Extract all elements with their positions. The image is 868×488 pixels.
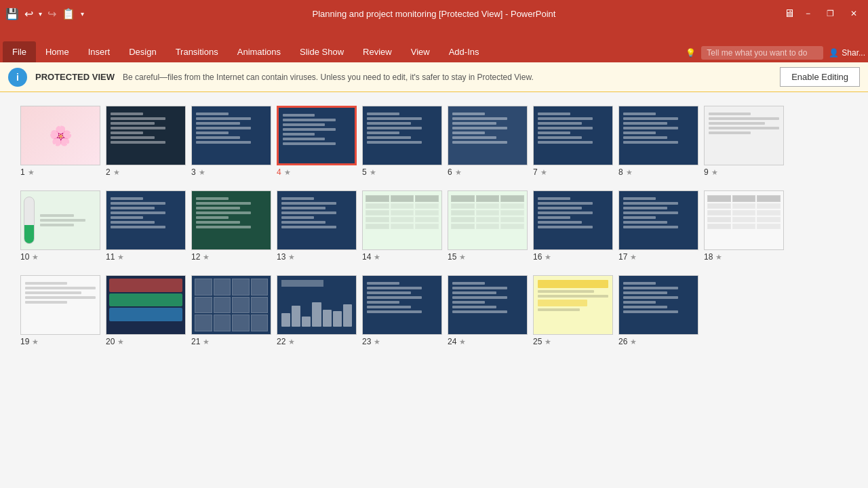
restore-button[interactable]: ❐ — [821, 6, 840, 21]
slide-thumb-12[interactable] — [191, 190, 271, 250]
save-icon[interactable]: 💾 — [5, 7, 19, 20]
slide-item-11[interactable]: 11★ — [106, 190, 186, 262]
slide-thumb-3[interactable] — [191, 106, 271, 165]
tab-transitions[interactable]: Transitions — [166, 41, 228, 62]
slide-star-icon[interactable]: ★ — [545, 338, 551, 346]
slide-thumb-2[interactable] — [106, 106, 186, 165]
customize-qat-icon[interactable]: 📋 — [62, 7, 75, 20]
slide-thumb-17[interactable] — [618, 190, 698, 250]
slide-star-icon[interactable]: ★ — [626, 168, 633, 177]
slide-item-25[interactable]: 25★ — [533, 275, 613, 346]
tab-file[interactable]: File — [3, 41, 36, 62]
slide-star-icon[interactable]: ★ — [540, 168, 547, 177]
slide-thumb-26[interactable] — [618, 275, 698, 335]
slide-item-2[interactable]: 2★ — [106, 106, 186, 177]
slide-item-26[interactable]: 26★ — [618, 275, 698, 346]
slide-star-icon[interactable]: ★ — [545, 253, 551, 262]
redo-icon[interactable]: ↪ — [47, 7, 56, 20]
slide-thumb-13[interactable] — [277, 190, 357, 250]
share-area[interactable]: 👤 Shar... — [829, 48, 865, 58]
slide-item-1[interactable]: 🌸 1★ — [20, 106, 100, 177]
slide-thumb-1[interactable]: 🌸 — [20, 106, 100, 165]
slide-item-16[interactable]: 16★ — [533, 190, 613, 262]
slide-star-icon[interactable]: ★ — [32, 253, 39, 262]
slide-thumb-19[interactable] — [20, 275, 100, 335]
search-input[interactable] — [701, 46, 823, 60]
slide-star-icon[interactable]: ★ — [117, 338, 124, 346]
slide-star-icon[interactable]: ★ — [28, 168, 35, 177]
slide-item-5[interactable]: 5★ — [362, 106, 442, 177]
slide-thumb-10[interactable] — [20, 190, 100, 250]
slide-thumb-16[interactable] — [533, 190, 613, 250]
slide-thumb-6[interactable] — [448, 106, 528, 165]
slide-star-icon[interactable]: ★ — [288, 253, 295, 262]
slide-star-icon[interactable]: ★ — [630, 338, 637, 346]
share-label[interactable]: Shar... — [842, 48, 865, 58]
slide-thumb-9[interactable] — [704, 106, 784, 165]
tab-view[interactable]: View — [401, 41, 439, 62]
tab-home[interactable]: Home — [36, 41, 79, 62]
slide-star-icon[interactable]: ★ — [711, 168, 718, 177]
slide-star-icon[interactable]: ★ — [374, 253, 380, 262]
slide-thumb-14[interactable] — [362, 190, 442, 250]
slide-thumb-7[interactable] — [533, 106, 613, 165]
slide-star-icon[interactable]: ★ — [199, 168, 205, 177]
slide-item-9[interactable]: 9★ — [704, 106, 784, 177]
slide-thumb-21[interactable] — [191, 275, 271, 335]
slide-item-4[interactable]: 4★ — [277, 106, 357, 177]
slide-star-icon[interactable]: ★ — [715, 253, 722, 262]
tab-design[interactable]: Design — [119, 41, 165, 62]
tab-slideshow[interactable]: Slide Show — [290, 41, 353, 62]
slide-star-icon[interactable]: ★ — [203, 338, 210, 346]
slide-star-icon[interactable]: ★ — [117, 253, 124, 262]
slide-thumb-23[interactable] — [362, 275, 442, 335]
slide-item-22[interactable]: 22★ — [277, 275, 357, 346]
window-icon[interactable]: 🖥 — [784, 7, 795, 20]
slide-item-6[interactable]: 6★ — [448, 106, 528, 177]
slide-star-icon[interactable]: ★ — [459, 338, 466, 346]
slide-star-icon[interactable]: ★ — [284, 168, 291, 177]
enable-editing-button[interactable]: Enable Editing — [780, 67, 860, 87]
slide-star-icon[interactable]: ★ — [32, 338, 39, 346]
slide-thumb-8[interactable] — [618, 106, 698, 165]
slide-item-15[interactable]: 15★ — [448, 190, 528, 262]
slide-item-18[interactable]: 18★ — [704, 190, 784, 262]
slide-thumb-20[interactable] — [106, 275, 186, 335]
minimize-button[interactable]: − — [800, 6, 816, 21]
slide-thumb-22[interactable] — [277, 275, 357, 335]
undo-icon[interactable]: ↩ — [24, 7, 33, 20]
slide-item-12[interactable]: 12★ — [191, 190, 271, 262]
slide-thumb-24[interactable] — [448, 275, 528, 335]
slide-thumb-25[interactable] — [533, 275, 613, 335]
slide-item-3[interactable]: 3★ — [191, 106, 271, 177]
tab-insert[interactable]: Insert — [79, 41, 120, 62]
tab-addins[interactable]: Add-Ins — [439, 41, 489, 62]
slide-item-13[interactable]: 13★ — [277, 190, 357, 262]
close-button[interactable]: ✕ — [845, 6, 863, 21]
slide-thumb-5[interactable] — [362, 106, 442, 165]
slide-item-8[interactable]: 8★ — [618, 106, 698, 177]
slide-item-23[interactable]: 23★ — [362, 275, 442, 346]
slide-star-icon[interactable]: ★ — [203, 253, 210, 262]
slide-item-19[interactable]: 19★ — [20, 275, 100, 346]
slide-item-14[interactable]: 14★ — [362, 190, 442, 262]
slide-item-21[interactable]: 21★ — [191, 275, 271, 346]
slide-item-24[interactable]: 24★ — [448, 275, 528, 346]
slide-thumb-11[interactable] — [106, 190, 186, 250]
slide-item-10[interactable]: 10★ — [20, 190, 100, 262]
slide-item-20[interactable]: 20★ — [106, 275, 186, 346]
slide-star-icon[interactable]: ★ — [113, 168, 120, 177]
slide-star-icon[interactable]: ★ — [374, 338, 380, 346]
slide-item-7[interactable]: 7★ — [533, 106, 613, 177]
slide-star-icon[interactable]: ★ — [630, 253, 637, 262]
slide-item-17[interactable]: 17★ — [618, 190, 698, 262]
tab-animations[interactable]: Animations — [228, 41, 290, 62]
slide-thumb-4[interactable] — [277, 106, 357, 165]
slide-star-icon[interactable]: ★ — [455, 168, 462, 177]
undo-dropdown-icon[interactable]: ▾ — [39, 10, 42, 18]
slide-star-icon[interactable]: ★ — [459, 253, 466, 262]
slide-thumb-15[interactable] — [448, 190, 528, 250]
slide-thumb-18[interactable] — [704, 190, 784, 250]
slide-star-icon[interactable]: ★ — [370, 168, 376, 177]
slide-star-icon[interactable]: ★ — [288, 338, 295, 346]
